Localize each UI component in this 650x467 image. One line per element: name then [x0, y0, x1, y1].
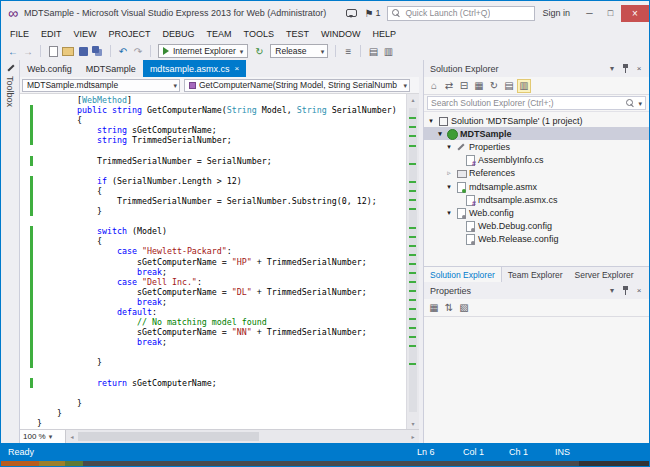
- code-line[interactable]: sGetComputerName = "NN" + TrimmedSerialN…: [20, 327, 406, 337]
- code-line[interactable]: string sGetComputerName;: [20, 125, 406, 135]
- tab-web.config[interactable]: Web.config: [20, 60, 79, 77]
- code-line[interactable]: // No matching model found: [20, 317, 406, 327]
- code-line[interactable]: break;: [20, 267, 406, 277]
- preview-icon[interactable]: [517, 79, 531, 93]
- scroll-right-icon[interactable]: ▸: [407, 430, 419, 443]
- redo-icon[interactable]: [131, 44, 145, 58]
- scroll-down-icon[interactable]: ▾: [407, 418, 419, 429]
- collapse-all-icon[interactable]: [457, 79, 471, 93]
- sign-in-link[interactable]: Sign in: [542, 8, 570, 18]
- code-line[interactable]: [20, 166, 406, 176]
- tree-item-mdtsample[interactable]: ▾MDTSample: [424, 127, 649, 140]
- expanded-arrow-icon[interactable]: ▾: [436, 130, 444, 138]
- open-folder-icon[interactable]: [61, 44, 75, 58]
- panel-tab-solution-explorer[interactable]: Solution Explorer: [424, 267, 502, 282]
- property-pages-icon[interactable]: [457, 301, 471, 315]
- run-button[interactable]: Internet Explorer ▾: [158, 44, 248, 58]
- editor-vscroll-track[interactable]: [407, 105, 419, 418]
- tree-item-web.debug.config[interactable]: Web.Debug.config: [424, 220, 649, 233]
- menu-window[interactable]: WINDOW: [315, 25, 367, 42]
- code-line[interactable]: }: [20, 408, 406, 418]
- solution-configurations-select[interactable]: Release ▾: [270, 44, 328, 58]
- refresh-icon[interactable]: [487, 79, 501, 93]
- comment-icon[interactable]: [366, 44, 380, 58]
- code-line[interactable]: if (SerialNumber.Length > 12): [20, 176, 406, 186]
- menu-test[interactable]: TEST: [280, 25, 315, 42]
- code-line[interactable]: }: [20, 357, 406, 367]
- code-line[interactable]: [20, 145, 406, 155]
- panel-tab-server-explorer[interactable]: Server Explorer: [569, 267, 640, 282]
- save-all-icon[interactable]: [91, 44, 105, 58]
- zoom-select[interactable]: 100 % ▾: [20, 430, 66, 443]
- menu-tools[interactable]: TOOLS: [238, 25, 280, 42]
- feedback-icon[interactable]: [346, 9, 357, 17]
- tree-item-mdtsample.asmx.cs[interactable]: mdtsample.asmx.cs: [424, 193, 649, 206]
- menu-edit[interactable]: EDIT: [35, 25, 68, 42]
- close-icon[interactable]: ×: [634, 286, 644, 296]
- panel-tab-team-explorer[interactable]: Team Explorer: [502, 267, 569, 282]
- code-line[interactable]: {: [20, 236, 406, 246]
- scroll-up-icon[interactable]: ▴: [407, 94, 419, 105]
- code-line[interactable]: [20, 368, 406, 378]
- menu-project[interactable]: PROJECT: [103, 25, 157, 42]
- code-line[interactable]: [20, 347, 406, 357]
- close-icon[interactable]: ×: [634, 64, 644, 74]
- types-dropdown[interactable]: MDTSample.mdtsample ▾: [22, 79, 180, 92]
- categorized-icon[interactable]: [427, 301, 441, 315]
- tree-item-properties[interactable]: ▾Properties: [424, 140, 649, 153]
- code-editor[interactable]: [WebMethod] public string GetComputerNam…: [20, 94, 419, 429]
- quick-launch-input[interactable]: Quick Launch (Ctrl+Q): [387, 6, 535, 21]
- new-file-icon[interactable]: [46, 44, 60, 58]
- code-line[interactable]: string TrimmedSerialNumber;: [20, 135, 406, 145]
- menu-help[interactable]: HELP: [366, 25, 402, 42]
- code-line[interactable]: return sGetComputerName;: [20, 378, 406, 388]
- expanded-arrow-icon[interactable]: ▾: [445, 183, 453, 191]
- minimize-button[interactable]: ─: [579, 5, 600, 22]
- tree-item-web.release.config[interactable]: Web.Release.config: [424, 233, 649, 246]
- menu-team[interactable]: TEAM: [201, 25, 238, 42]
- forward-icon[interactable]: [21, 44, 35, 58]
- code-line[interactable]: switch (Model): [20, 226, 406, 236]
- code-line[interactable]: break;: [20, 337, 406, 347]
- toolbox-tab[interactable]: Toolbox: [1, 60, 20, 443]
- tab-mdtsample.asmx.cs[interactable]: mdtsample.asmx.cs×: [143, 60, 246, 77]
- tree-item-solution-mdtsample-1-project-[interactable]: ▾Solution 'MDTSample' (1 project): [424, 114, 649, 127]
- code-line[interactable]: }: [20, 398, 406, 408]
- expanded-arrow-icon[interactable]: ▾: [427, 117, 435, 125]
- menu-debug[interactable]: DEBUG: [157, 25, 201, 42]
- code-line[interactable]: break;: [20, 297, 406, 307]
- properties-icon[interactable]: [502, 79, 516, 93]
- tree-item-references[interactable]: ▹References: [424, 167, 649, 180]
- browser-link-refresh-icon[interactable]: [252, 44, 266, 58]
- uncomment-icon[interactable]: [381, 44, 395, 58]
- code-line[interactable]: sGetComputerName = "HP" + TrimmedSerialN…: [20, 257, 406, 267]
- code-line[interactable]: TrimmedSerialNumber = SerialNumber.Subst…: [20, 196, 406, 206]
- code-line[interactable]: case "Dell Inc.":: [20, 277, 406, 287]
- home-icon[interactable]: [427, 79, 441, 93]
- expanded-arrow-icon[interactable]: ▾: [445, 143, 453, 151]
- tree-item-web.config[interactable]: ▾Web.config: [424, 206, 649, 219]
- show-all-files-icon[interactable]: [472, 79, 486, 93]
- close-button[interactable]: ×: [621, 5, 649, 22]
- close-tab-icon[interactable]: ×: [234, 65, 239, 73]
- tree-item-assemblyinfo.cs[interactable]: AssemblyInfo.cs: [424, 154, 649, 167]
- vscroll-thumb[interactable]: [409, 108, 417, 412]
- notifications-button[interactable]: ⚑ 1: [364, 8, 380, 19]
- format-document-icon[interactable]: [341, 44, 355, 58]
- code-line[interactable]: {: [20, 115, 406, 125]
- members-dropdown[interactable]: GetComputerName(String Model, String Ser…: [184, 79, 410, 92]
- scroll-left-icon[interactable]: ◂: [66, 430, 78, 443]
- menu-file[interactable]: FILE: [4, 25, 35, 42]
- solution-search-input[interactable]: Search Solution Explorer (Ctrl+;) ▾: [427, 96, 646, 110]
- code-line[interactable]: }: [20, 206, 406, 216]
- code-line[interactable]: case "Hewlett-Packard":: [20, 246, 406, 256]
- code-line[interactable]: }: [20, 418, 406, 428]
- code-line[interactable]: TrimmedSerialNumber = SerialNumber;: [20, 156, 406, 166]
- window-menu-icon[interactable]: ▾: [607, 286, 617, 296]
- tree-item-mdtsample.asmx[interactable]: ▾mdtsample.asmx: [424, 180, 649, 193]
- collapsed-arrow-icon[interactable]: ▹: [445, 169, 453, 177]
- code-line[interactable]: [WebMethod]: [20, 95, 406, 105]
- code-area[interactable]: [WebMethod] public string GetComputerNam…: [20, 94, 406, 429]
- expanded-arrow-icon[interactable]: ▾: [445, 209, 453, 217]
- editor-vscrollbar[interactable]: ▴ ▾: [406, 94, 419, 429]
